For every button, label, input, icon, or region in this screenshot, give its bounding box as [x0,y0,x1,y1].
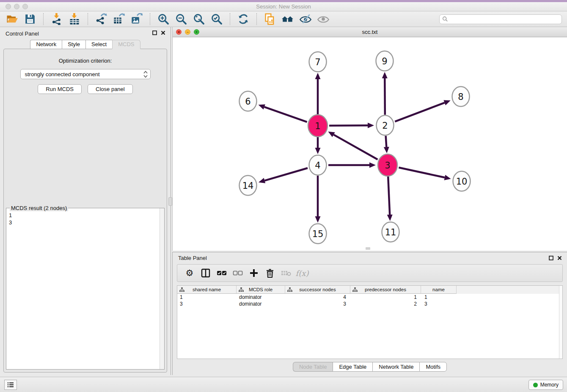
zoom-out-icon[interactable] [174,12,188,26]
run-mcds-button[interactable]: Run MCDS [38,84,82,94]
column-header-shared-name[interactable]: shared name [177,286,237,294]
list-icon [7,382,14,388]
export-image-icon[interactable] [130,12,143,26]
import-table-icon[interactable] [68,12,81,26]
mcds-result-list[interactable]: 1 3 [6,208,164,229]
delete-trash-icon[interactable] [264,267,276,279]
table-row[interactable]: 1 dominator 4 1 1 [177,294,562,301]
graph-edge[interactable] [333,135,377,160]
close-panel-button[interactable]: Close panel [88,84,133,94]
tab-network-table[interactable]: Network Table [372,362,419,372]
home-icon[interactable] [281,12,295,26]
optimization-criterion-label: Optimization criterion: [4,58,167,64]
optimization-criterion-select[interactable]: strongly connected component [20,69,151,79]
toolbar-separator [150,13,150,25]
graph-edge-arrowhead [259,178,265,183]
open-session-icon[interactable] [6,12,19,26]
tab-node-table[interactable]: Node Table [293,362,333,372]
chevron-updown-icon [143,71,148,78]
table-toolbar: ⚙ f(x) [177,264,563,282]
window-title: Session: New Session [0,3,567,10]
mcds-result-title: MCDS result (2 nodes) [10,205,68,211]
graph-node-label: 11 [385,227,396,237]
task-history-button[interactable] [4,380,17,390]
cell-name[interactable]: 1 [421,294,457,301]
vertical-splitter-handle[interactable] [168,197,172,206]
graph-edge[interactable] [264,168,308,181]
table-panel-title: Table Panel [178,255,207,261]
memory-status-dot [533,383,538,387]
hierarchy-icon [287,287,292,292]
tab-mcds[interactable]: MCDS [112,40,140,49]
graph-edge[interactable] [388,177,390,215]
result-scrollbar[interactable] [160,208,164,369]
cell-mcds-role[interactable]: dominator [237,301,285,307]
float-panel-icon[interactable] [152,30,157,35]
search-input[interactable] [450,16,559,22]
copy-view-icon[interactable] [263,12,277,26]
tab-edge-table[interactable]: Edge Table [333,362,372,372]
export-table-icon[interactable] [112,12,126,26]
main-toolbar [0,11,567,27]
graph-edge[interactable] [395,103,444,122]
graph-edge[interactable] [264,107,307,122]
tab-style[interactable]: Style [62,40,85,49]
tab-select[interactable]: Select [85,40,112,49]
cell-successor-nodes[interactable]: 3 [285,301,350,307]
toolbar-separator [43,13,44,25]
zoom-in-icon[interactable] [157,12,170,26]
cell-successor-nodes[interactable]: 4 [285,294,350,301]
graph-edge[interactable] [385,78,385,115]
refresh-icon[interactable] [237,12,250,26]
cell-predecessor-nodes[interactable]: 1 [350,294,421,301]
column-header-predecessor-nodes[interactable]: predecessor nodes [350,286,421,294]
hierarchy-icon [239,287,244,292]
save-session-icon[interactable] [23,12,37,26]
node-table: shared name MCDS role successor nodes pr… [177,285,563,359]
graph-edge[interactable] [386,136,387,147]
graph-node-label: 1 [315,121,320,131]
hide-selected-eye-icon[interactable] [299,12,312,26]
float-table-panel-icon[interactable] [549,256,553,260]
network-window-titlebar[interactable]: ✕ − + scc.txt [173,27,567,37]
memory-button[interactable]: Memory [528,380,563,390]
cell-shared-name[interactable]: 1 [177,294,237,301]
deselect-all-icon[interactable] [231,267,244,279]
zoom-selected-icon[interactable] [210,12,223,26]
show-columns-icon[interactable] [199,267,212,279]
delete-table-icon[interactable] [280,267,292,279]
add-column-plus-icon[interactable] [248,267,260,279]
function-builder-icon[interactable]: f(x) [296,267,308,279]
show-all-eye-icon[interactable] [317,12,330,26]
cell-name[interactable]: 3 [421,301,457,307]
cell-shared-name[interactable]: 3 [177,301,237,307]
table-scrollbar[interactable] [559,286,562,359]
graph-edge[interactable] [399,168,445,178]
table-row[interactable]: 3 dominator 3 2 3 [177,301,562,307]
cell-predecessor-nodes[interactable]: 2 [350,301,421,307]
graph-edge-arrowhead [384,147,389,153]
memory-label: Memory [540,382,559,388]
zoom-fit-icon[interactable] [192,12,206,26]
graph-node-label: 4 [315,160,320,171]
network-splitter-grip[interactable] [366,247,370,250]
cell-mcds-role[interactable]: dominator [237,294,285,301]
column-header-mcds-role[interactable]: MCDS role [237,286,285,294]
close-table-panel-icon[interactable] [557,256,562,260]
export-network-icon[interactable] [94,12,108,26]
select-all-icon[interactable] [215,267,228,279]
column-header-name[interactable]: name [421,286,457,294]
tab-motifs[interactable]: Motifs [419,362,447,372]
import-network-icon[interactable] [50,12,63,26]
graph-edge[interactable] [329,125,368,126]
network-canvas[interactable]: 7968124314101511 [173,37,567,251]
graph-node-label: 9 [382,56,387,66]
tab-network[interactable]: Network [30,40,62,49]
column-header-successor-nodes[interactable]: successor nodes [285,286,350,294]
table-settings-gear-icon[interactable]: ⚙ [183,267,196,279]
close-panel-icon[interactable] [161,30,165,35]
toolbar-separator [88,13,88,25]
graph-edge-arrowhead [443,100,450,105]
search-field[interactable] [439,14,562,24]
network-view-window: ✕ − + scc.txt 7968124314101511 [172,27,567,251]
